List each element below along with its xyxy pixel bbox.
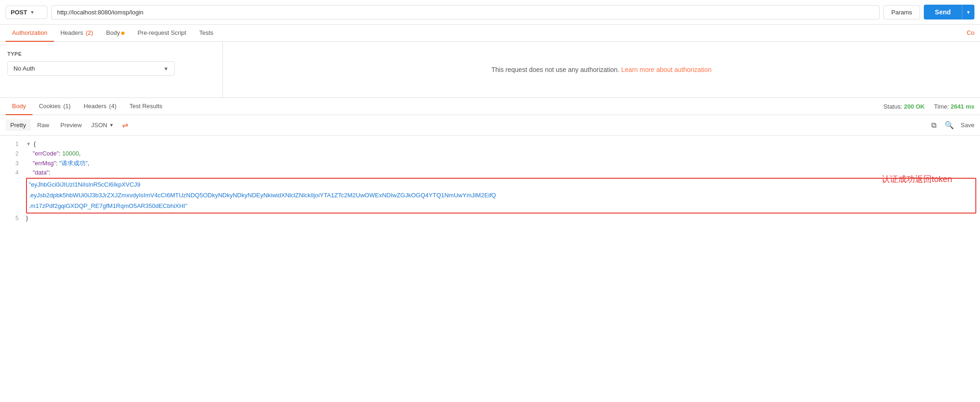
- token-highlight-box: "eyJhbGci0iJIUzI1NiIsInR5cCI6IkpXVCJ9 .e…: [26, 178, 976, 213]
- token-line-2: .eyJsb2dpbk5hbWUi0iJ3b3JrZXJZmxvdyIsImV4…: [29, 190, 973, 201]
- wrap-icon[interactable]: ⇌: [122, 121, 128, 130]
- token-part-1: "eyJhbGci0iJIUzI1NiIsInR5cCI6IkpXVCJ9: [29, 180, 140, 190]
- errmsg-key: "errMsg": [33, 160, 56, 167]
- url-input[interactable]: [51, 5, 880, 19]
- auth-left-panel: TYPE No Auth ▼: [0, 42, 223, 97]
- response-status: Status: 200 OK Time: 2641 ms: [883, 98, 974, 115]
- errmsg-val: "请求成功": [59, 160, 87, 167]
- auth-type-value: No Auth: [13, 65, 35, 72]
- raw-button[interactable]: Raw: [33, 119, 54, 131]
- save-button[interactable]: Save: [960, 122, 974, 129]
- code-line-2: 2 "errCode": 10000,: [0, 149, 980, 159]
- send-dropdown-button[interactable]: ▼: [962, 5, 974, 19]
- auth-message: This request does not use any authorizat…: [491, 66, 712, 73]
- url-bar: POST ▼ Params Send ▼: [0, 0, 980, 25]
- send-button[interactable]: Send: [924, 5, 962, 19]
- body-format-bar: Pretty Raw Preview JSON ▼ ⇌ ⧉ 🔍 Save: [0, 115, 980, 136]
- resp-tab-headers[interactable]: Headers (4): [77, 98, 123, 115]
- tab-pre-request-script[interactable]: Pre-request Script: [131, 25, 193, 42]
- auth-learn-more-link[interactable]: Learn more about authorization: [621, 66, 712, 73]
- auth-right-panel: This request does not use any authorizat…: [223, 42, 980, 97]
- send-btn-group: Send ▼: [924, 5, 974, 19]
- token-line-3: .m17zPdf2gqiGXDQP_RE7gfM1RqmO5AR350dECbh…: [29, 201, 973, 212]
- code-line-1: 1 ▼ {: [0, 139, 980, 149]
- status-label: Status: 200 OK: [883, 103, 925, 110]
- status-value: 200 OK: [904, 103, 925, 110]
- time-value: 2641 ms: [951, 103, 974, 110]
- auth-dropdown-chevron-icon: ▼: [163, 66, 169, 71]
- token-line-1: "eyJhbGci0iJIUzI1NiIsInR5cCI6IkpXVCJ9: [29, 180, 973, 190]
- tab-body[interactable]: Body: [100, 25, 131, 42]
- resp-tab-body[interactable]: Body: [6, 98, 33, 115]
- token-part-3: .m17zPdf2gqiGXDQP_RE7gfM1RqmO5AR350dECbh…: [29, 201, 187, 211]
- copy-icon[interactable]: ⧉: [929, 119, 938, 131]
- code-line-5: 5 }: [0, 214, 980, 223]
- tab-tests[interactable]: Tests: [193, 25, 220, 42]
- auth-type-dropdown[interactable]: No Auth ▼: [7, 61, 175, 76]
- token-part-2: .eyJsb2dpbk5hbWUi0iJ3b3JrZXJZmxvdyIsImV4…: [29, 191, 496, 201]
- errcode-val: 10000: [62, 150, 79, 157]
- preview-button[interactable]: Preview: [56, 119, 86, 131]
- annotation-text: 认证成功返回token: [882, 173, 952, 186]
- pretty-button[interactable]: Pretty: [6, 119, 31, 131]
- code-line-4-label: 4 "data":: [0, 168, 980, 178]
- auth-type-label: TYPE: [7, 51, 215, 57]
- method-selector[interactable]: POST ▼: [6, 6, 47, 19]
- request-tabs: Authorization Headers (2) Body Pre-reque…: [0, 25, 980, 42]
- json-format-selector[interactable]: JSON ▼: [88, 119, 117, 131]
- response-tabs-bar: Body Cookies (1) Headers (4) Test Result…: [0, 98, 980, 115]
- method-chevron-icon: ▼: [30, 10, 34, 15]
- json-chevron-icon: ▼: [109, 123, 114, 128]
- tab-authorization[interactable]: Authorization: [6, 25, 54, 42]
- search-icon[interactable]: 🔍: [943, 119, 956, 131]
- code-line-3: 3 "errMsg": "请求成功",: [0, 159, 980, 169]
- resp-tab-cookies[interactable]: Cookies (1): [33, 98, 77, 115]
- time-label: Time: 2641 ms: [934, 103, 974, 110]
- resp-tab-test-results[interactable]: Test Results: [123, 98, 169, 115]
- method-label: POST: [11, 9, 27, 16]
- data-key: "data": [33, 169, 49, 176]
- errcode-key: "errCode": [33, 150, 59, 157]
- body-dot: [121, 32, 124, 35]
- collapse-arrow-icon[interactable]: ▼: [26, 141, 31, 147]
- auth-section: TYPE No Auth ▼ This request does not use…: [0, 42, 980, 98]
- response-body: 1 ▼ { 2 "errCode": 10000, 3 "errMsg": "请…: [0, 136, 980, 227]
- params-button[interactable]: Params: [883, 5, 920, 19]
- co-text: Co: [967, 25, 974, 41]
- tab-headers[interactable]: Headers (2): [54, 25, 100, 42]
- body-format-bar-right: ⧉ 🔍 Save: [929, 119, 974, 131]
